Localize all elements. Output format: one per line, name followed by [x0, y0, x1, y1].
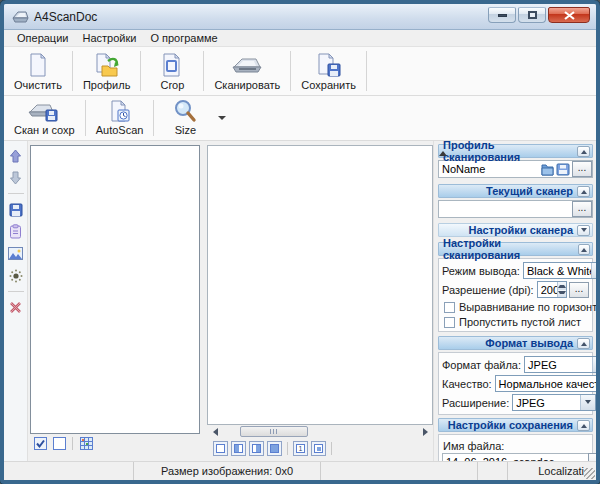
- scroll-right-button[interactable]: [422, 426, 432, 437]
- deselect-all-button[interactable]: [51, 436, 67, 451]
- clear-button[interactable]: Очистить: [4, 47, 72, 95]
- file-format-select[interactable]: JPEG: [524, 356, 596, 373]
- profile-button-label: Профиль: [83, 79, 131, 91]
- move-up-button[interactable]: [7, 147, 25, 164]
- crop-button-label: Crop: [160, 79, 184, 91]
- close-button[interactable]: [548, 7, 590, 23]
- menu-settings[interactable]: Настройки: [75, 31, 143, 45]
- save-icon: [316, 50, 342, 79]
- chevron-down-icon: [592, 357, 596, 372]
- spin-down-button[interactable]: [558, 290, 566, 298]
- minimize-button[interactable]: [488, 7, 516, 23]
- brightness-button[interactable]: [7, 267, 25, 284]
- scrollbar-thumb[interactable]: [240, 426, 308, 437]
- profile-name-input[interactable]: [442, 163, 540, 175]
- autoscan-button[interactable]: AutoScan: [86, 96, 154, 140]
- move-down-button[interactable]: [7, 169, 25, 186]
- fit-page-button[interactable]: [267, 441, 282, 456]
- output-format-group: Формат файла: JPEG Качество: Нормальное …: [438, 352, 593, 415]
- view-actual-icon: [216, 444, 225, 453]
- resize-grip[interactable]: [584, 468, 595, 479]
- fit-height-icon: [252, 444, 261, 453]
- save-settings-header[interactable]: Настройки сохранения: [438, 418, 593, 432]
- save-settings-group: Имя файла: ... Сохранить в папку: ...: [438, 434, 593, 461]
- fit-height-button[interactable]: [249, 441, 264, 456]
- skip-blank-checkbox[interactable]: [444, 317, 455, 328]
- align-horizontal-checkbox[interactable]: [444, 302, 455, 313]
- open-profile-icon[interactable]: [540, 163, 554, 176]
- crop-icon: [160, 50, 184, 79]
- scan-settings-header[interactable]: Настройки сканирования: [438, 242, 593, 256]
- output-mode-value: Black & White: [524, 265, 591, 277]
- profile-section-header[interactable]: Профиль сканирования: [438, 144, 593, 158]
- scroll-left-button[interactable]: [208, 426, 218, 437]
- paste-button[interactable]: [7, 223, 25, 240]
- collapse-icon: [581, 339, 587, 346]
- profile-button[interactable]: Профиль: [73, 47, 141, 95]
- left-toolbar: [4, 141, 28, 461]
- collapse-icon: [581, 187, 587, 194]
- crop-button[interactable]: Crop: [141, 47, 203, 95]
- scanner-settings-header[interactable]: Настройки сканера: [438, 223, 593, 237]
- scanner-browse-button[interactable]: ...: [572, 201, 592, 217]
- resolution-stepper[interactable]: [537, 281, 567, 298]
- save-profile-icon[interactable]: [556, 163, 570, 176]
- title-bar[interactable]: A4ScanDoc: [4, 4, 596, 30]
- file-format-label: Формат файла:: [442, 359, 524, 371]
- resolution-input[interactable]: [538, 282, 557, 297]
- scanner-section-header[interactable]: Текущий сканер: [438, 184, 593, 198]
- quality-select[interactable]: Нормальное качество: [495, 375, 596, 392]
- zoom-fit-button[interactable]: [311, 441, 326, 456]
- profile-browse-button[interactable]: ...: [572, 161, 592, 177]
- paste-icon: [9, 224, 22, 239]
- collapse-icon: [581, 421, 587, 428]
- scrollbar-track[interactable]: [218, 426, 422, 437]
- size-button[interactable]: Size: [154, 96, 216, 140]
- grid-icon: [80, 437, 93, 450]
- image-button[interactable]: [7, 245, 25, 262]
- output-mode-select[interactable]: Black & White: [523, 262, 596, 279]
- brightness-icon: [9, 269, 23, 283]
- thumbnail-view-button[interactable]: [78, 436, 94, 451]
- select-all-button[interactable]: [32, 436, 48, 451]
- collapse-button[interactable]: [578, 244, 590, 255]
- menu-operations[interactable]: Операции: [10, 31, 75, 45]
- resolution-browse-button[interactable]: ...: [569, 282, 589, 298]
- zoom-one-to-one-button[interactable]: 1: [293, 441, 308, 456]
- delete-button[interactable]: [7, 299, 25, 316]
- toolbar-separator: [287, 442, 288, 455]
- fit-width-button[interactable]: [231, 441, 246, 456]
- scanner-input[interactable]: [442, 203, 572, 215]
- profile-name-row: ...: [438, 160, 593, 178]
- collapse-button[interactable]: [577, 338, 590, 349]
- save-page-button[interactable]: [7, 201, 25, 218]
- localization-status: Localizati: [508, 462, 596, 480]
- save-settings-title: Настройки сохранения: [448, 419, 573, 431]
- output-format-title: Формат вывода: [485, 337, 573, 349]
- maximize-button[interactable]: [518, 7, 546, 23]
- spin-up-icon: [558, 282, 566, 288]
- output-format-header[interactable]: Формат вывода: [438, 336, 593, 350]
- size-dropdown-icon[interactable]: [218, 116, 226, 124]
- collapse-icon: [581, 245, 587, 252]
- scroll-up-icon[interactable]: [439, 147, 447, 156]
- page-list-column: [28, 141, 200, 461]
- collapse-button[interactable]: [577, 186, 590, 197]
- collapse-icon: [581, 147, 587, 154]
- preview-panel: [207, 145, 433, 425]
- collapse-button[interactable]: [577, 146, 590, 157]
- extension-label: Расширение:: [442, 397, 512, 409]
- spin-up-button[interactable]: [558, 282, 566, 290]
- filename-browse-button[interactable]: ...: [588, 453, 596, 461]
- panel-splitter[interactable]: [200, 141, 207, 461]
- scan-and-save-label: Скан и сохр: [14, 124, 75, 136]
- menu-about[interactable]: О программе: [143, 31, 224, 45]
- save-button[interactable]: Сохранить: [291, 47, 366, 95]
- save-button-label: Сохранить: [301, 79, 356, 91]
- extension-select[interactable]: JPEG: [512, 394, 596, 411]
- expand-button[interactable]: [577, 225, 590, 236]
- scan-and-save-button[interactable]: Скан и сохр: [4, 96, 85, 140]
- collapse-button[interactable]: [577, 420, 590, 431]
- view-actual-button[interactable]: [213, 441, 228, 456]
- scan-button[interactable]: Сканировать: [204, 47, 290, 95]
